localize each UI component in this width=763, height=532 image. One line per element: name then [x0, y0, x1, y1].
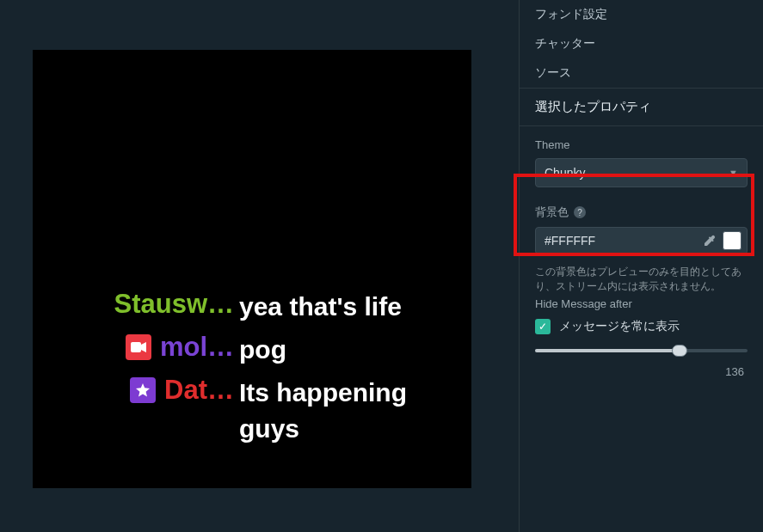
hint-line: この背景色はプレビューのみを目的としてあ: [535, 266, 741, 278]
chat-preview: Stausw… yea that's life mol… pog Dat… It…: [33, 50, 471, 488]
bgcolor-hint: この背景色はプレビューのみを目的としてあ り、ストリーム内には表示されません。: [520, 260, 763, 296]
hide-after-slider[interactable]: [535, 343, 748, 358]
chat-name-col: Dat…: [33, 375, 239, 406]
bgcolor-swatch[interactable]: [723, 231, 741, 250]
always-show-checkbox[interactable]: ✓: [535, 319, 551, 334]
hide-message-after-label: Hide Message after: [520, 296, 763, 315]
chat-message-text: Its happening guys: [239, 375, 471, 447]
section-selected-properties: 選択したプロパティ: [520, 88, 763, 126]
theme-select[interactable]: Chunky ▼: [535, 158, 748, 187]
hint-line: り、ストリーム内には表示されません。: [535, 280, 721, 292]
slider-fill: [535, 349, 680, 352]
chat-username: Stausw…: [114, 289, 234, 320]
slider-value: 136: [520, 362, 763, 378]
nav-font-settings[interactable]: フォンド設定: [520, 0, 763, 29]
bgcolor-label-text: 背景色: [535, 205, 569, 220]
bgcolor-field: 背景色 ?: [520, 193, 763, 260]
bgcolor-label: 背景色 ?: [535, 205, 748, 220]
properties-sidebar: フォンド設定 チャッター ソース 選択したプロパティ Theme Chunky …: [519, 0, 763, 532]
hide-after-slider-wrap: [520, 343, 763, 362]
theme-field: Theme Chunky ▼: [520, 126, 763, 193]
nav-source[interactable]: ソース: [520, 58, 763, 88]
bgcolor-input[interactable]: [545, 234, 697, 248]
chat-message-row: Dat… Its happening guys: [33, 371, 471, 450]
star-badge-icon: [130, 377, 156, 403]
chevron-down-icon: ▼: [729, 168, 738, 178]
chat-message-row: mol… pog: [33, 328, 471, 371]
help-icon[interactable]: ?: [574, 206, 586, 218]
always-show-row: ✓ メッセージを常に表示: [520, 315, 763, 343]
svg-rect-0: [131, 342, 141, 352]
chat-name-col: mol…: [33, 332, 239, 363]
theme-select-value: Chunky: [545, 166, 585, 180]
nav-chatter[interactable]: チャッター: [520, 29, 763, 58]
chat-username: Dat…: [164, 375, 234, 406]
chat-message-row: Stausw… yea that's life: [33, 285, 471, 328]
slider-thumb[interactable]: [672, 345, 687, 357]
chat-message-text: yea that's life: [239, 289, 471, 325]
preview-pane: Stausw… yea that's life mol… pog Dat… It…: [0, 0, 519, 532]
camera-badge-icon: [126, 334, 151, 360]
eyedropper-icon[interactable]: [704, 235, 716, 247]
chat-message-text: pog: [239, 332, 471, 368]
theme-label: Theme: [535, 138, 748, 151]
always-show-label: メッセージを常に表示: [559, 319, 680, 334]
bgcolor-input-row: [535, 227, 748, 254]
chat-name-col: Stausw…: [33, 289, 239, 320]
chat-username: mol…: [160, 332, 234, 363]
